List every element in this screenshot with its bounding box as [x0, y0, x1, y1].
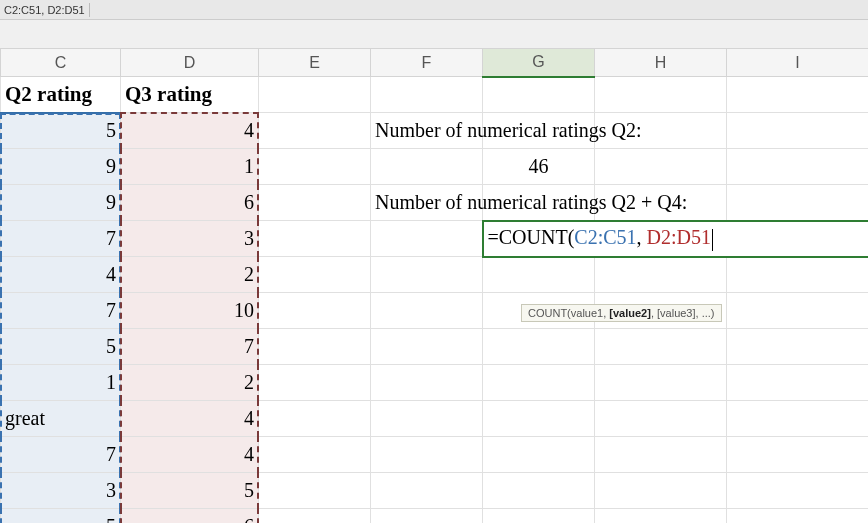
cell-C12[interactable]: 3 [1, 473, 121, 509]
cell[interactable] [483, 365, 595, 401]
cell[interactable] [595, 473, 727, 509]
cell[interactable] [259, 365, 371, 401]
cell-C4[interactable]: 9 [1, 185, 121, 221]
cell[interactable] [727, 365, 869, 401]
cell[interactable] [595, 437, 727, 473]
cell-D6[interactable]: 2 [121, 257, 259, 293]
cell[interactable] [595, 365, 727, 401]
cell[interactable] [259, 77, 371, 113]
cell[interactable] [371, 365, 483, 401]
cell-C2[interactable]: 5 [1, 113, 121, 149]
cell-C5[interactable]: 7 [1, 221, 121, 257]
cell-D3[interactable]: 1 [121, 149, 259, 185]
cell-C9[interactable]: 1 [1, 365, 121, 401]
cell-D10[interactable]: 4 [121, 401, 259, 437]
data-row: 9 6 Number of numerical ratings Q2 + Q4: [1, 185, 869, 221]
col-head-H[interactable]: H [595, 49, 727, 77]
cell-G3[interactable]: 46 [483, 149, 595, 185]
cell-D9[interactable]: 2 [121, 365, 259, 401]
cell[interactable] [259, 185, 371, 221]
cell[interactable] [727, 113, 869, 149]
cell[interactable] [259, 509, 371, 524]
cell[interactable] [371, 293, 483, 329]
cell-C8[interactable]: 5 [1, 329, 121, 365]
col-head-I[interactable]: I [727, 49, 869, 77]
cell[interactable] [595, 113, 727, 149]
cell[interactable] [727, 77, 869, 113]
cell[interactable] [595, 509, 727, 524]
cell-F4[interactable]: Number of numerical ratings Q2 + Q4: [371, 185, 483, 221]
cell[interactable] [371, 77, 483, 113]
cell-D12[interactable]: 5 [121, 473, 259, 509]
cell[interactable] [727, 329, 869, 365]
formula-edit-cell[interactable]: =COUNT(C2:C51, D2:D51 [483, 221, 869, 257]
cell[interactable] [483, 185, 595, 221]
cell[interactable] [371, 473, 483, 509]
cell[interactable] [727, 401, 869, 437]
spreadsheet-grid[interactable]: C D E F G H I Q2 rating Q3 rating 5 4 Nu… [0, 48, 868, 523]
cell[interactable] [259, 149, 371, 185]
col-head-F[interactable]: F [371, 49, 483, 77]
cell[interactable] [727, 437, 869, 473]
cell-C6[interactable]: 4 [1, 257, 121, 293]
col-head-E[interactable]: E [259, 49, 371, 77]
data-row: great 4 [1, 401, 869, 437]
header-C[interactable]: Q2 rating [1, 77, 121, 113]
cell[interactable] [483, 329, 595, 365]
col-head-D[interactable]: D [121, 49, 259, 77]
name-box[interactable]: C2:C51, D2:D51 [4, 4, 85, 16]
cell[interactable] [259, 437, 371, 473]
cell[interactable] [371, 437, 483, 473]
grid-table[interactable]: C D E F G H I Q2 rating Q3 rating 5 4 Nu… [0, 48, 868, 523]
cell[interactable] [371, 509, 483, 524]
cell[interactable] [483, 473, 595, 509]
cell[interactable] [727, 257, 869, 293]
col-head-C[interactable]: C [1, 49, 121, 77]
cell[interactable] [371, 149, 483, 185]
cell[interactable] [595, 149, 727, 185]
cell-C3[interactable]: 9 [1, 149, 121, 185]
cell-D8[interactable]: 7 [121, 329, 259, 365]
data-row: 5 4 Number of numerical ratings Q2: [1, 113, 869, 149]
cell[interactable] [727, 509, 869, 524]
cell[interactable] [727, 473, 869, 509]
cell[interactable] [595, 401, 727, 437]
cell[interactable] [259, 401, 371, 437]
cell[interactable] [371, 401, 483, 437]
cell[interactable] [371, 221, 483, 257]
cell[interactable] [595, 329, 727, 365]
cell[interactable] [727, 293, 869, 329]
cell[interactable] [595, 257, 727, 293]
cell[interactable] [259, 113, 371, 149]
col-head-G[interactable]: G [483, 49, 595, 77]
cell[interactable] [595, 185, 727, 221]
cell[interactable] [483, 257, 595, 293]
cell[interactable] [259, 293, 371, 329]
cell[interactable] [727, 149, 869, 185]
cell[interactable] [483, 437, 595, 473]
cell[interactable] [727, 185, 869, 221]
header-D[interactable]: Q3 rating [121, 77, 259, 113]
cell[interactable] [259, 257, 371, 293]
cell[interactable] [259, 473, 371, 509]
cell[interactable] [595, 77, 727, 113]
cell[interactable] [371, 329, 483, 365]
cell-D2[interactable]: 4 [121, 113, 259, 149]
cell-D11[interactable]: 4 [121, 437, 259, 473]
cell-C7[interactable]: 7 [1, 293, 121, 329]
cell[interactable] [371, 257, 483, 293]
cell-C13[interactable]: 5 [1, 509, 121, 524]
cell-D4[interactable]: 6 [121, 185, 259, 221]
cell[interactable] [483, 113, 595, 149]
cell-C11[interactable]: 7 [1, 437, 121, 473]
cell[interactable] [483, 77, 595, 113]
cell-C10[interactable]: great [1, 401, 121, 437]
cell-D5[interactable]: 3 [121, 221, 259, 257]
cell[interactable] [483, 509, 595, 524]
cell[interactable] [259, 329, 371, 365]
cell-D13[interactable]: 6 [121, 509, 259, 524]
cell[interactable] [483, 401, 595, 437]
cell-D7[interactable]: 10 [121, 293, 259, 329]
cell-F2[interactable]: Number of numerical ratings Q2: [371, 113, 483, 149]
cell[interactable] [259, 221, 371, 257]
